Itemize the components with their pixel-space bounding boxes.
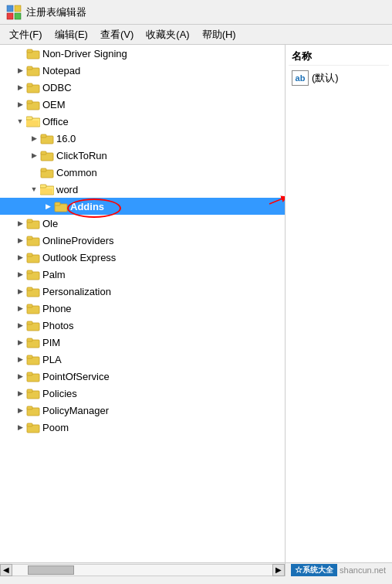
chevron-right xyxy=(14,370,26,382)
folder-icon xyxy=(26,302,40,314)
tree-item-word[interactable]: word xyxy=(0,181,285,198)
tree-label: OEM xyxy=(42,99,66,110)
horizontal-scrollbar[interactable]: ◀ ▶ xyxy=(0,563,286,576)
scroll-track xyxy=(12,564,272,576)
chevron-right xyxy=(14,98,26,110)
svg-rect-14 xyxy=(26,121,39,126)
tree-label: PolicyManager xyxy=(42,405,109,416)
tree-item-ole[interactable]: Ole xyxy=(0,215,285,232)
tree-label: PIM xyxy=(42,337,60,348)
scroll-right-btn[interactable]: ▶ xyxy=(272,564,285,576)
tree-item-onlineproviders[interactable]: OnlineProviders xyxy=(0,232,285,249)
tree-item-non-driver-signing[interactable]: Non-Driver Signing xyxy=(0,45,285,62)
tree-item-odbc[interactable]: ODBC xyxy=(0,79,285,96)
svg-rect-36 xyxy=(27,287,32,290)
chevron-right xyxy=(14,336,26,348)
tree-item-palm[interactable]: Palm xyxy=(0,266,285,283)
menu-edit[interactable]: 编辑(E) xyxy=(49,26,94,43)
folder-icon xyxy=(26,353,40,365)
tree-label: Office xyxy=(42,116,69,127)
svg-rect-44 xyxy=(27,355,32,358)
title-bar: 注册表编辑器 xyxy=(0,0,392,25)
folder-icon-open xyxy=(26,115,40,127)
tree-item-pointofservice[interactable]: PointOfService xyxy=(0,368,285,385)
chevron-right xyxy=(28,149,40,161)
svg-rect-25 xyxy=(55,202,60,205)
tree-item-outlook-express[interactable]: Outlook Express xyxy=(0,249,285,266)
folder-icon xyxy=(40,166,54,178)
main-content: Non-Driver Signing Notepad ODBC xyxy=(0,45,392,562)
svg-rect-32 xyxy=(27,253,32,256)
menu-favorites[interactable]: 收藏夹(A) xyxy=(140,26,195,43)
tree-item-personalization[interactable]: Personalization xyxy=(0,283,285,300)
right-panel-item-default: ab (默认) xyxy=(289,69,389,87)
default-label: (默认) xyxy=(312,71,339,85)
folder-icon xyxy=(26,47,40,59)
svg-rect-40 xyxy=(27,321,32,324)
watermark-area: ☆系统大全 shancun.net xyxy=(286,563,392,576)
menu-bar: 文件(F) 编辑(E) 查看(V) 收藏夹(A) 帮助(H) xyxy=(0,25,392,45)
menu-help[interactable]: 帮助(H) xyxy=(196,26,242,43)
app-icon xyxy=(6,5,22,20)
folder-icon xyxy=(26,81,40,93)
tree-item-16[interactable]: 16.0 xyxy=(0,130,285,147)
chevron-right xyxy=(14,387,26,399)
chevron-right xyxy=(14,217,26,229)
svg-rect-20 xyxy=(41,168,46,171)
tree-item-photos[interactable]: Photos xyxy=(0,317,285,334)
svg-line-26 xyxy=(269,198,285,204)
tree-label: 16.0 xyxy=(56,133,76,144)
chevron-right xyxy=(14,234,26,246)
tree-panel: Non-Driver Signing Notepad ODBC xyxy=(0,45,286,562)
tree-label-addins: Addins xyxy=(70,201,104,212)
tree-label: Poom xyxy=(42,422,69,433)
folder-icon xyxy=(40,149,54,161)
folder-icon xyxy=(26,336,40,348)
tree-label: Notepad xyxy=(42,65,80,76)
tree-item-clicktorun[interactable]: ClickToRun xyxy=(0,147,285,164)
svg-rect-50 xyxy=(27,406,32,409)
menu-file[interactable]: 文件(F) xyxy=(3,26,49,43)
right-panel: 名称 ab (默认) xyxy=(286,45,392,562)
tree-item-oem[interactable]: OEM xyxy=(0,96,285,113)
svg-rect-0 xyxy=(7,5,13,12)
folder-icon xyxy=(26,251,40,263)
svg-rect-34 xyxy=(27,270,32,273)
tree-item-office[interactable]: Office xyxy=(0,113,285,130)
chevron-right xyxy=(14,285,26,297)
svg-rect-22 xyxy=(40,185,46,188)
tree-label: Phone xyxy=(42,303,72,314)
svg-rect-46 xyxy=(27,372,32,375)
chevron-right xyxy=(42,200,54,212)
tree-label: word xyxy=(56,184,78,195)
tree-item-addins[interactable]: Addins xyxy=(0,198,285,215)
tree-item-common[interactable]: Common xyxy=(0,164,285,181)
svg-rect-5 xyxy=(27,49,32,53)
tree-label: Ole xyxy=(42,218,58,229)
tree-item-pim[interactable]: PIM xyxy=(0,334,285,351)
tree-item-pla[interactable]: PLA xyxy=(0,351,285,368)
tree-item-poom[interactable]: Poom xyxy=(0,419,285,436)
folder-icon xyxy=(26,268,40,280)
folder-icon xyxy=(26,217,40,229)
svg-rect-9 xyxy=(27,83,32,87)
chevron-right xyxy=(28,132,40,144)
folder-icon xyxy=(26,234,40,246)
tree-item-notepad[interactable]: Notepad xyxy=(0,62,285,79)
tree-item-phone[interactable]: Phone xyxy=(0,300,285,317)
tree-item-policies[interactable]: Policies xyxy=(0,385,285,402)
tree-item-policymanager[interactable]: PolicyManager xyxy=(0,402,285,419)
chevron-right xyxy=(14,319,26,331)
chevron-right xyxy=(14,81,26,93)
folder-icon xyxy=(26,64,40,76)
tree-scroll[interactable]: Non-Driver Signing Notepad ODBC xyxy=(0,45,285,562)
chevron-right xyxy=(14,353,26,365)
scroll-thumb[interactable] xyxy=(28,565,74,575)
svg-rect-38 xyxy=(27,304,32,307)
scroll-left-btn[interactable]: ◀ xyxy=(0,564,12,576)
svg-rect-30 xyxy=(27,236,32,239)
svg-rect-28 xyxy=(27,219,32,222)
menu-view[interactable]: 查看(V) xyxy=(94,26,140,43)
watermark-text: shancun.net xyxy=(340,565,389,575)
folder-icon xyxy=(26,285,40,297)
